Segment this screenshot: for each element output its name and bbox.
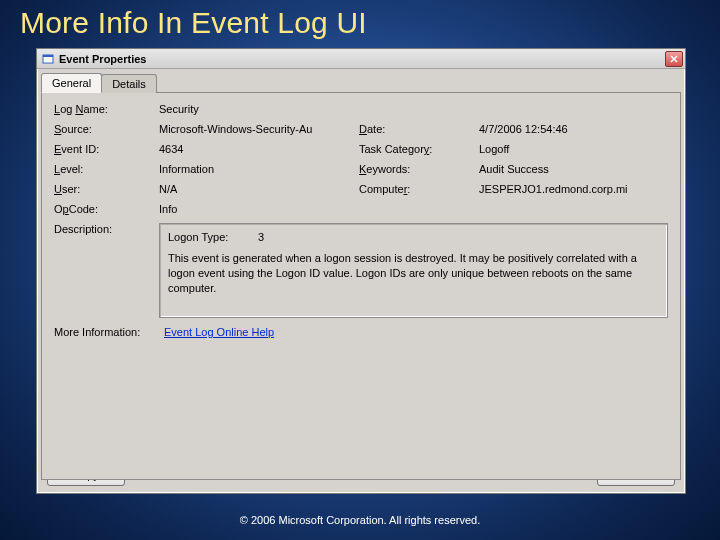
label-opcode: OpCode:: [54, 203, 159, 215]
value-event-id: 4634: [159, 143, 359, 155]
desc-body: This event is generated when a logon ses…: [168, 251, 659, 296]
label-event-id: Event ID:: [54, 143, 159, 155]
app-icon: [41, 52, 55, 66]
more-info-link[interactable]: Event Log Online Help: [164, 326, 274, 338]
value-opcode: Info: [159, 203, 359, 215]
window-title: Event Properties: [59, 53, 665, 65]
slide-footer: © 2006 Microsoft Corporation. All rights…: [0, 514, 720, 526]
tab-general[interactable]: General: [41, 73, 102, 93]
label-description: Description:: [54, 223, 159, 318]
label-log-name: Log Name:: [54, 103, 159, 115]
tabstrip: General Details: [37, 69, 685, 92]
value-keywords: Audit Success: [479, 163, 668, 175]
value-user: N/A: [159, 183, 359, 195]
close-icon[interactable]: [665, 51, 683, 67]
titlebar: Event Properties: [37, 49, 685, 69]
desc-logon-type-label: Logon Type:: [168, 230, 258, 245]
label-user: User:: [54, 183, 159, 195]
label-computer: Computer:: [359, 183, 479, 195]
value-level: Information: [159, 163, 359, 175]
value-computer: JESPERJO1.redmond.corp.mi: [479, 183, 668, 195]
desc-logon-type-value: 3: [258, 230, 264, 245]
label-level: Level:: [54, 163, 159, 175]
value-source: Microsoft-Windows-Security-Au: [159, 123, 359, 135]
event-properties-dialog: Event Properties General Details Log Nam…: [36, 48, 686, 494]
tab-details[interactable]: Details: [101, 74, 157, 93]
slide-title: More Info In Event Log UI: [20, 6, 367, 40]
label-more-info: More Information:: [54, 326, 164, 338]
value-log-name: Security: [159, 103, 359, 115]
tab-panel-general: Log Name: Security Source: Microsoft-Win…: [41, 92, 681, 480]
label-task-category: Task Category:: [359, 143, 479, 155]
value-date: 4/7/2006 12:54:46: [479, 123, 668, 135]
svg-rect-1: [43, 55, 53, 57]
label-date: Date:: [359, 123, 479, 135]
description-box[interactable]: Logon Type: 3 This event is generated wh…: [159, 223, 668, 318]
label-source: Source:: [54, 123, 159, 135]
label-keywords: Keywords:: [359, 163, 479, 175]
value-task-category: Logoff: [479, 143, 668, 155]
